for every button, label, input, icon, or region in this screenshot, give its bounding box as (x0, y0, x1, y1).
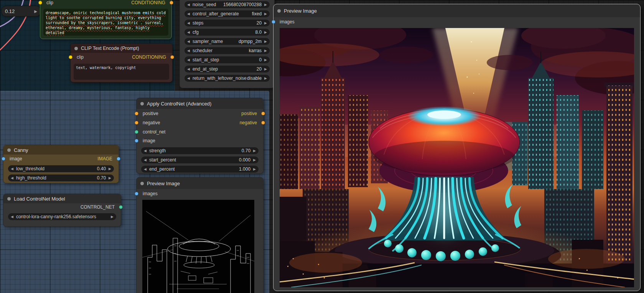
decrement-arrow-icon[interactable]: ◀ (187, 20, 190, 26)
decrement-arrow-icon[interactable]: ◀ (11, 174, 13, 181)
generated-image-drawing (280, 28, 634, 287)
collapse-dot-icon[interactable] (140, 182, 144, 185)
apply-controlnet-node[interactable]: Apply ControlNet (Advanced) positive pos… (136, 98, 264, 174)
node-title-bar[interactable]: Canny (3, 145, 119, 155)
node-title-bar[interactable]: Apply ControlNet (Advanced) (137, 98, 263, 109)
decrement-arrow-icon[interactable]: ◀ (144, 166, 147, 173)
positive-prompt-textarea[interactable]: dreamscape, oniric technological mushroo… (43, 9, 168, 36)
canny-node[interactable]: Canny image IMAGE ◀ low_threshold 0.40 ▶… (3, 145, 119, 183)
increment-arrow-icon[interactable]: ▶ (34, 9, 37, 13)
input-slot-images-label: images (143, 191, 158, 196)
input-slot-control-net-dot[interactable] (135, 130, 138, 134)
input-slot-positive-dot[interactable] (135, 112, 138, 115)
increment-arrow-icon[interactable]: ▶ (264, 29, 267, 36)
decrement-arrow-icon[interactable]: ◀ (187, 75, 190, 82)
node-graph-canvas[interactable]: 0.12 ▶ clip CONDITIONING dreamscape, oni… (0, 0, 644, 293)
node-title: CLIP Text Encode (Prompt) (81, 46, 139, 51)
ksampler-advanced-node[interactable]: ◀ noise_seed 156680208700288 ▶ ◀ control… (180, 0, 275, 88)
output-slot-image-dot[interactable] (117, 157, 120, 161)
increment-arrow-icon[interactable]: ▶ (264, 47, 267, 54)
input-slot-clip-dot[interactable] (38, 1, 42, 5)
collapse-dot-icon[interactable] (140, 102, 144, 105)
widget-control-after-generate[interactable]: ◀ control_after_generate fixed ▶ (184, 10, 270, 17)
increment-arrow-icon[interactable]: ▶ (109, 174, 111, 181)
widget-label: strength (149, 148, 166, 153)
collapse-dot-icon[interactable] (7, 197, 11, 201)
increment-arrow-icon[interactable]: ▶ (264, 38, 267, 45)
collapse-dot-icon[interactable] (74, 47, 78, 50)
decrement-arrow-icon[interactable]: ◀ (187, 47, 190, 54)
increment-arrow-icon[interactable]: ▶ (264, 20, 267, 26)
widget-scheduler[interactable]: ◀ scheduler karras ▶ (184, 47, 270, 54)
collapse-dot-icon[interactable] (277, 9, 281, 13)
decrement-arrow-icon[interactable]: ◀ (11, 213, 13, 220)
widget-end-at-step[interactable]: ◀ end_at_step 20 ▶ (184, 66, 270, 72)
increment-arrow-icon[interactable]: ▶ (109, 165, 111, 172)
input-slot-image-dot[interactable] (135, 139, 138, 143)
widget-end-percent[interactable]: ◀ end_percent 1.000 ▶ (141, 166, 259, 173)
decrement-arrow-icon[interactable]: ◀ (187, 38, 190, 45)
decrement-arrow-icon[interactable]: ◀ (187, 1, 190, 8)
increment-arrow-icon[interactable]: ▶ (264, 66, 267, 72)
float-value-widget[interactable]: 0.12 ▶ (1, 6, 41, 16)
input-slot-images-dot[interactable] (135, 192, 138, 196)
negative-prompt-textarea[interactable]: text, watermark, copyright (74, 64, 169, 80)
input-slot-clip-dot[interactable] (69, 55, 72, 59)
increment-arrow-icon[interactable]: ▶ (253, 156, 256, 163)
widget-low-threshold[interactable]: ◀ low_threshold 0.40 ▶ (8, 165, 114, 172)
node-title-bar[interactable]: Load ControlNet Model (3, 194, 121, 203)
preview-image-result-node[interactable]: Preview Image images (273, 4, 641, 291)
widget-cfg[interactable]: ◀ cfg 8.0 ▶ (184, 29, 270, 36)
clip-text-encode-negative-node[interactable]: CLIP Text Encode (Prompt) clip CONDITION… (70, 43, 173, 82)
widget-value: 0.40 (97, 166, 106, 171)
increment-arrow-icon[interactable]: ▶ (253, 147, 256, 154)
widget-high-threshold[interactable]: ◀ high_threshold 0.70 ▶ (8, 174, 114, 181)
increment-arrow-icon[interactable]: ▶ (264, 10, 267, 17)
slot-row-image: image IMAGE (3, 155, 119, 163)
widget-label: end_percent (149, 166, 175, 172)
increment-arrow-icon[interactable]: ▶ (253, 166, 256, 173)
input-slot-clip-label: clip (46, 0, 53, 5)
output-slot-positive-dot[interactable] (261, 112, 265, 115)
increment-arrow-icon[interactable]: ▶ (111, 213, 114, 220)
node-title-bar[interactable]: Preview Image (137, 178, 263, 189)
widget-start-percent[interactable]: ◀ start_percent 0.000 ▶ (141, 156, 259, 163)
decrement-arrow-icon[interactable]: ◀ (144, 156, 147, 163)
decrement-arrow-icon[interactable]: ◀ (187, 10, 190, 17)
decrement-arrow-icon[interactable]: ◀ (187, 56, 190, 63)
input-slot-image-dot[interactable] (2, 157, 5, 161)
decrement-arrow-icon[interactable]: ◀ (187, 66, 190, 72)
widget-sampler-name[interactable]: ◀ sampler_name dpmpp_2m ▶ (184, 38, 270, 45)
collapse-dot-icon[interactable] (7, 148, 11, 152)
input-slot-negative-dot[interactable] (135, 121, 138, 125)
load-controlnet-node[interactable]: Load ControlNet Model CONTROL_NET ◀ cont… (3, 194, 121, 227)
widget-steps[interactable]: ◀ steps 20 ▶ (184, 20, 270, 26)
decrement-arrow-icon[interactable]: ◀ (11, 165, 13, 172)
widget-value: 156680208700288 (223, 2, 262, 7)
output-slot-negative-dot[interactable] (261, 121, 265, 125)
input-slot-image-label: image (10, 156, 22, 161)
increment-arrow-icon[interactable]: ▶ (264, 56, 267, 63)
output-slot-conditioning-dot[interactable] (170, 55, 174, 59)
decrement-arrow-icon[interactable]: ◀ (187, 29, 190, 36)
widget-control-net-name[interactable]: ◀ control-lora-canny-rank256.safetensors… (8, 213, 116, 220)
output-slot-control-net-dot[interactable] (119, 205, 123, 209)
preview-image-canny-node[interactable]: Preview Image images (136, 177, 264, 293)
clip-conditioning-row: clip CONDITIONING (40, 0, 171, 7)
clip-text-encode-positive-node[interactable]: clip CONDITIONING dreamscape, oniric tec… (40, 0, 172, 39)
output-slot-conditioning-dot[interactable] (170, 1, 173, 5)
increment-arrow-icon[interactable]: ▶ (264, 75, 267, 82)
widget-value: 1.000 (239, 166, 250, 172)
increment-arrow-icon[interactable]: ▶ (264, 1, 267, 8)
node-title-bar[interactable]: CLIP Text Encode (Prompt) (71, 44, 172, 53)
widget-value: 20 (257, 66, 262, 72)
widget-noise-seed[interactable]: ◀ noise_seed 156680208700288 ▶ (184, 1, 270, 8)
decrement-arrow-icon[interactable]: ◀ (144, 147, 147, 154)
node-title-bar[interactable]: Preview Image (273, 4, 640, 17)
widget-strength[interactable]: ◀ strength 0.70 ▶ (141, 147, 259, 154)
widget-value: 0.000 (239, 157, 250, 163)
input-slot-images-dot[interactable] (272, 20, 275, 24)
generated-image (280, 28, 634, 287)
widget-return-with-leftover-noise[interactable]: ◀ return_with_leftover_noise disable ▶ (184, 75, 270, 82)
widget-start-at-step[interactable]: ◀ start_at_step 0 ▶ (184, 56, 270, 63)
